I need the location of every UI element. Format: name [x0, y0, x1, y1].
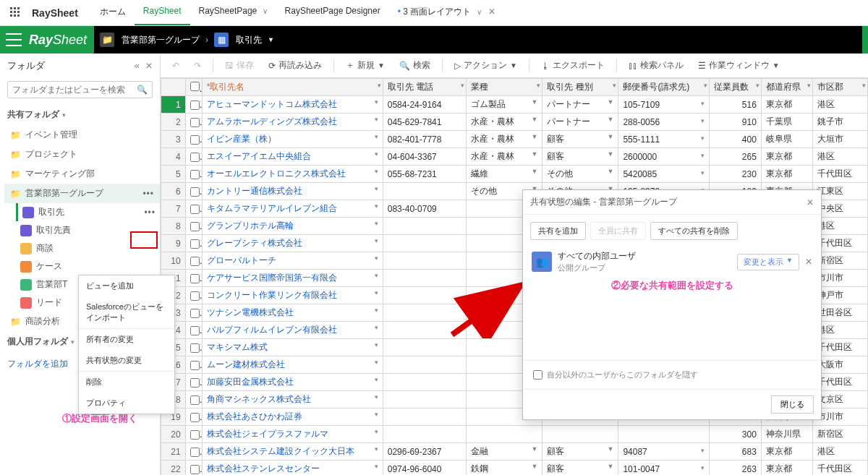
ward-cell[interactable]: 港区	[813, 148, 868, 166]
breadcrumb-view[interactable]: ▦取引先▼	[214, 33, 274, 47]
row-checkbox[interactable]	[190, 326, 200, 335]
prefecture-cell[interactable]: 岐阜県	[761, 131, 812, 148]
ward-cell[interactable]: 大垣市	[813, 131, 868, 148]
tab-delete-all[interactable]: すべての共有を削除	[650, 222, 738, 240]
row-checkbox[interactable]	[190, 361, 200, 370]
view-item[interactable]: ケース	[16, 257, 160, 275]
row-checkbox[interactable]	[190, 395, 200, 405]
action-button[interactable]: ▷ アクション ▼	[448, 56, 523, 74]
phone-cell[interactable]	[383, 304, 467, 322]
account-name-cell[interactable]: カントリー通信株式会社▾	[202, 183, 383, 200]
account-name-cell[interactable]: キタムラマテリアルイレブン組合▾	[202, 200, 383, 218]
account-name-cell[interactable]: エスイーアイエム中央組合▾	[202, 148, 383, 166]
phone-cell[interactable]	[383, 270, 467, 287]
column-header[interactable]: 業種▾	[467, 79, 542, 96]
menu-item[interactable]: 共有状態の変更	[79, 350, 174, 371]
prefecture-cell[interactable]: 東京都	[761, 443, 812, 461]
row-checkbox[interactable]	[190, 153, 200, 162]
account-name-cell[interactable]: グランプリホテル高輪▾	[202, 218, 383, 235]
employees-cell[interactable]: 516	[710, 96, 761, 114]
zip-cell[interactable]: 105-7109▾	[618, 96, 710, 114]
zip-cell[interactable]: 5420085▾	[618, 166, 710, 183]
type-cell[interactable]: 顧客▼	[542, 443, 618, 461]
account-name-cell[interactable]: コンクリート作業リンク有限会社▾	[202, 287, 383, 304]
folder-item[interactable]: 📁プロジェクト	[4, 145, 160, 164]
column-header[interactable]: 市区郡▾	[813, 79, 868, 96]
nav-tab[interactable]: • 3 画面レイアウト ∨ ✕	[389, 0, 504, 25]
phone-cell[interactable]	[383, 391, 467, 408]
nav-tab[interactable]: RaySheet	[135, 0, 190, 25]
phone-cell[interactable]	[383, 374, 467, 391]
phone-cell[interactable]	[383, 408, 467, 426]
phone-cell[interactable]	[383, 339, 467, 356]
row-checkbox[interactable]	[190, 413, 200, 422]
phone-cell[interactable]	[383, 252, 467, 270]
tab-add-share[interactable]: 共有を追加	[530, 222, 586, 240]
row-checkbox[interactable]	[190, 430, 200, 440]
ward-cell[interactable]: 港区	[813, 443, 868, 461]
phone-cell[interactable]	[383, 287, 467, 304]
reload-button[interactable]: ⟳ 再読み込み	[263, 56, 328, 74]
row-checkbox[interactable]	[190, 378, 200, 388]
row-checkbox[interactable]	[190, 343, 200, 353]
type-cell[interactable]: パートナー▼	[542, 96, 618, 114]
industry-cell[interactable]: ゴム製品▼	[467, 96, 542, 114]
table-row[interactable]: 22株式会社ステンレスセンター▾0974-96-6040鉄鋼▼顧客▼101-00…	[161, 461, 868, 476]
account-name-cell[interactable]: ツナシン電機株式会社▾	[202, 304, 383, 322]
nav-tab[interactable]: ホーム	[91, 0, 135, 25]
menu-item[interactable]: 所有者の変更	[79, 329, 174, 350]
search-button[interactable]: 🔍 検索	[393, 56, 436, 74]
row-checkbox[interactable]	[190, 100, 200, 110]
remove-icon[interactable]: ✕	[805, 257, 812, 267]
ward-cell[interactable]: 港区	[813, 96, 868, 114]
collapse-icon[interactable]: «	[135, 61, 140, 71]
section-shared[interactable]: 共有フォルダ▾	[0, 104, 160, 125]
account-name-cell[interactable]: アムラホールディングズ株式会社▾	[202, 114, 383, 131]
undo-button[interactable]: ↶	[166, 58, 185, 74]
industry-cell[interactable]: 水産・農林▼	[467, 148, 542, 166]
zip-cell[interactable]: 101-0047▾	[618, 461, 710, 476]
phone-cell[interactable]	[383, 183, 467, 200]
row-checkbox[interactable]	[190, 170, 200, 179]
prefecture-cell[interactable]: 東京都	[761, 461, 812, 476]
prefecture-cell[interactable]: 東京都	[761, 166, 812, 183]
select-all-checkbox[interactable]	[190, 82, 200, 91]
row-checkbox[interactable]	[190, 257, 200, 266]
table-row[interactable]: 1アヒューマンドットコム株式会社▾0584-24-9164ゴム製品▼パートナー▼…	[161, 96, 868, 114]
phone-cell[interactable]	[383, 322, 467, 339]
folder-item[interactable]: 📁イベント管理	[4, 125, 160, 145]
zip-cell[interactable]: 94087▾	[618, 443, 710, 461]
menu-item[interactable]: 削除	[79, 372, 174, 393]
column-header[interactable]: 従業員数▾	[710, 79, 761, 96]
hamburger-icon[interactable]	[6, 33, 22, 46]
close-button[interactable]: 閉じる	[771, 395, 814, 414]
table-row[interactable]: 4エスイーアイエム中央組合▾04-604-3367水産・農林▼顧客▼260000…	[161, 148, 868, 166]
industry-cell[interactable]: 繊維▼	[467, 166, 542, 183]
phone-cell[interactable]: 083-40-0709	[383, 200, 467, 218]
table-row[interactable]: 3イビン産業（株）▾082-401-7778水産・農林▼顧客▼555-1111▾…	[161, 131, 868, 148]
employees-cell[interactable]: 683	[710, 443, 761, 461]
prefecture-cell[interactable]: 東京都	[761, 96, 812, 114]
folder-item[interactable]: 📁マーケティング部	[4, 164, 160, 184]
row-checkbox[interactable]	[190, 309, 200, 318]
column-header[interactable]	[161, 79, 186, 96]
industry-cell[interactable]: 鉄鋼▼	[467, 461, 542, 476]
column-header[interactable]: *取引先名▾	[202, 79, 383, 96]
zip-cell[interactable]: 555-1111▾	[618, 131, 710, 148]
industry-cell[interactable]	[467, 426, 542, 443]
nav-tab[interactable]: RaySheetPage ∨	[190, 0, 276, 25]
account-name-cell[interactable]: 株式会社ジェイプラスファルマ▾	[202, 426, 383, 443]
prefecture-cell[interactable]: 東京都	[761, 148, 812, 166]
nav-tab[interactable]: RaySheetPage Designer	[276, 0, 389, 25]
table-row[interactable]: 20株式会社ジェイプラスファルマ▾300神奈川県新宿区	[161, 426, 868, 443]
view-item[interactable]: 取引先責	[16, 221, 160, 239]
employees-cell[interactable]: 265	[710, 148, 761, 166]
hide-checkbox[interactable]	[533, 370, 542, 380]
save-button[interactable]: 🖫 保存	[219, 56, 260, 74]
employees-cell[interactable]: 910	[710, 114, 761, 131]
employees-cell[interactable]: 230	[710, 166, 761, 183]
close-icon[interactable]: ✕	[488, 7, 495, 17]
phone-cell[interactable]	[383, 218, 467, 235]
prefecture-cell[interactable]: 千葉県	[761, 114, 812, 131]
phone-cell[interactable]: 055-68-7231	[383, 166, 467, 183]
